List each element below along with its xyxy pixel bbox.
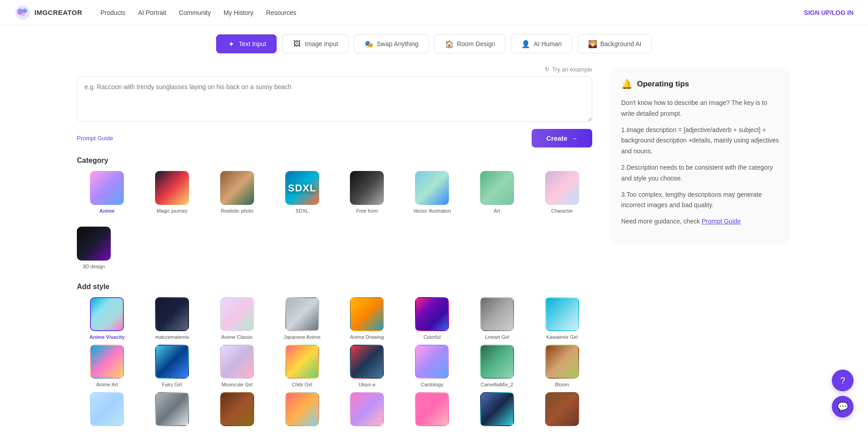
style-vivacity-label: Anime Vivacity	[90, 334, 125, 340]
category-sdxl[interactable]: SDXL SDXL	[272, 171, 332, 214]
image-input-icon: 🖼	[292, 39, 302, 48]
category-magic-journey[interactable]: Magic journey	[142, 171, 203, 214]
tab-room-design[interactable]: 🏠 Room Design	[434, 34, 506, 53]
try-example-label: Try an example	[552, 66, 592, 73]
create-label: Create	[546, 134, 567, 142]
try-example-button[interactable]: ↻ Try an example	[545, 66, 592, 73]
category-vector-illustration[interactable]: Vector illustration	[402, 171, 462, 214]
category-magic-img	[155, 171, 189, 205]
tab-ai-human[interactable]: 👤 AI Human	[511, 34, 572, 53]
style-grid-row3	[77, 392, 592, 429]
tips-guide-pre: Need more guidance, check	[621, 218, 700, 225]
right-panel: 🔔 Operating tips Don't know how to descr…	[610, 66, 791, 429]
style-bloom-img	[545, 345, 579, 379]
tips-para4: 3.Too complex, lengthy descriptions may …	[621, 190, 780, 211]
nav-resources[interactable]: Resources	[266, 9, 297, 16]
create-button[interactable]: Create →	[532, 129, 592, 147]
create-arrow-icon: →	[571, 134, 578, 142]
style-mature-label: maturemalemix	[155, 334, 189, 340]
style-bloom-label: Bloom	[555, 381, 569, 388]
prompt-guide-link[interactable]: Prompt Guide	[77, 135, 113, 142]
category-character[interactable]: Character	[532, 171, 592, 214]
style-drawing-img	[350, 297, 384, 331]
category-sdxl-img: SDXL	[285, 171, 319, 205]
chat-button[interactable]: 💬	[832, 396, 854, 418]
signup-button[interactable]: SIGN UP/LOG IN	[804, 9, 854, 16]
nav-products[interactable]: Products	[100, 9, 125, 16]
category-vector-label: Vector illustration	[413, 208, 451, 214]
style-fairy-img	[155, 345, 189, 379]
float-buttons: ? 💬	[832, 370, 854, 418]
style-chibi-girl[interactable]: Chibi Girl	[272, 345, 332, 388]
tips-guide-link[interactable]: Prompt Guide	[702, 218, 741, 225]
add-style-title: Add style	[77, 283, 592, 291]
style-colorful-img	[415, 297, 449, 331]
style-ukiyoe[interactable]: Ukiyo-e	[337, 345, 397, 388]
style-fairy-girl[interactable]: Fairy Girl	[142, 345, 203, 388]
style-japanese-anime[interactable]: Japanese Anime	[272, 297, 332, 340]
style-kawaiimix-label: Kawaiimix Girl	[546, 334, 578, 340]
category-realistic-photo[interactable]: Realistic photo	[207, 171, 268, 214]
style-anime-drawing[interactable]: Anime Drawing	[337, 297, 397, 340]
style-bloom[interactable]: Bloom	[532, 345, 592, 388]
left-panel: ↻ Try an example Prompt Guide Create → C…	[77, 66, 592, 429]
nav-ai-portrait[interactable]: AI Portrait	[138, 9, 166, 16]
category-free-form[interactable]: Free form	[337, 171, 397, 214]
tips-para1: Don't know how to describe an image? The…	[621, 98, 780, 119]
style-row3-3[interactable]	[207, 392, 268, 429]
tab-swap-anything[interactable]: 🎭 Swap Anything	[354, 34, 429, 53]
logo[interactable]: IMGCREATOR	[14, 5, 82, 21]
tips-guide-row: Need more guidance, check Prompt Guide	[621, 216, 780, 227]
bell-icon: 🔔	[621, 79, 632, 90]
style-lineart-girl[interactable]: Lineart Girl	[467, 297, 528, 340]
category-art[interactable]: Art	[467, 171, 528, 214]
swap-anything-icon: 🎭	[364, 39, 373, 48]
style-row3-5[interactable]	[337, 392, 397, 429]
category-anime-img	[90, 171, 124, 205]
help-button[interactable]: ?	[832, 370, 854, 391]
style-row3-6[interactable]	[402, 392, 462, 429]
style-mooncute-img	[220, 345, 254, 379]
ai-human-icon: 👤	[521, 39, 530, 48]
style-ukiyoe-label: Ukiyo-e	[359, 381, 375, 388]
style-mature-male-mix[interactable]: maturemalemix	[142, 297, 203, 340]
style-grid-row2: Anime Art Fairy Girl Mooncute Girl Chibi…	[77, 345, 592, 388]
category-art-label: Art	[494, 208, 500, 214]
category-3d-design[interactable]: 3D design	[77, 227, 111, 270]
category-anime[interactable]: Anime	[77, 171, 137, 214]
category-3d-label: 3D design	[83, 263, 105, 270]
nav-community[interactable]: Community	[179, 9, 211, 16]
style-anime-vivacity[interactable]: Anime Vivacity	[77, 297, 137, 340]
tab-text-input[interactable]: ✦ Text Input	[216, 34, 277, 53]
svg-point-3	[21, 13, 25, 16]
prompt-input[interactable]	[77, 76, 592, 122]
style-row3-8[interactable]	[532, 392, 592, 429]
style-cardology-label: Cardology	[421, 381, 443, 388]
style-row3-4[interactable]	[272, 392, 332, 429]
category-magic-label: Magic journey	[156, 208, 187, 214]
logo-icon	[14, 5, 31, 21]
style-row3-1[interactable]	[77, 392, 137, 429]
style-camelliamix[interactable]: CamelliaMix_2	[467, 345, 528, 388]
style-classic-label: Anime Classic	[222, 334, 253, 340]
style-anime-art[interactable]: Anime Art	[77, 345, 137, 388]
style-cardology[interactable]: Cardology	[402, 345, 462, 388]
style-animeart-label: Anime Art	[96, 381, 118, 388]
tab-background-ai[interactable]: 🌄 Background AI	[578, 34, 652, 53]
style-anime-classic[interactable]: Anime Classic	[207, 297, 268, 340]
category-character-img	[545, 171, 579, 205]
nav-my-history[interactable]: My History	[223, 9, 253, 16]
style-mooncute-girl[interactable]: Mooncute Girl	[207, 345, 268, 388]
category-grid: Anime Magic journey Realistic photo SDXL…	[77, 171, 592, 214]
tips-para2: 1.Image description = [adjective/adverb …	[621, 125, 780, 157]
style-colorful-label: Colorful	[424, 334, 441, 340]
refresh-icon: ↻	[545, 66, 550, 73]
style-camellia-label: CamelliaMix_2	[481, 381, 513, 388]
style-kawaiimix-girl[interactable]: Kawaiimix Girl	[532, 297, 592, 340]
style-colorful[interactable]: Colorful	[402, 297, 462, 340]
style-row3-7[interactable]	[467, 392, 528, 429]
tab-image-input[interactable]: 🖼 Image Input	[282, 34, 349, 53]
style-row3-2[interactable]	[142, 392, 203, 429]
prompt-action-row: Prompt Guide Create →	[77, 129, 592, 147]
style-chibi-img	[285, 345, 319, 379]
